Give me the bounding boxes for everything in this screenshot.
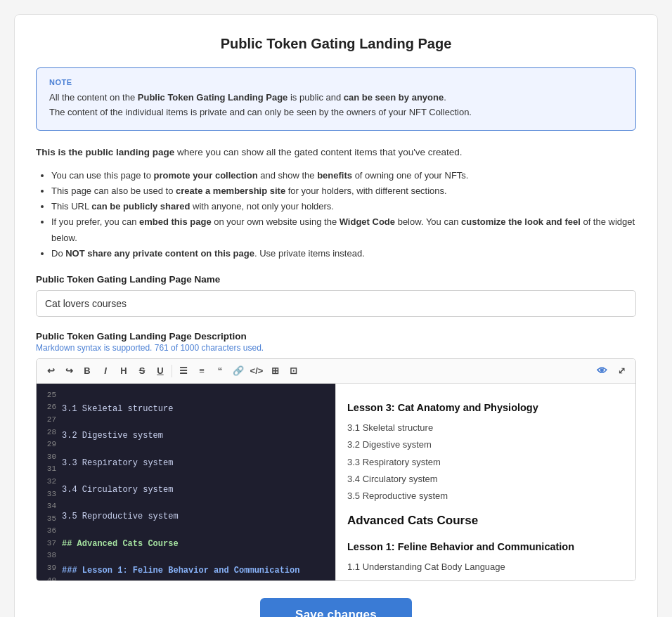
page-title: Public Token Gating Landing Page bbox=[36, 36, 636, 52]
editor-body: 25 26 27 28 29 30 31 32 33 34 35 36 37 3… bbox=[37, 384, 635, 580]
note-box: NOTE All the content on the Public Token… bbox=[36, 67, 636, 131]
desc-field-label: Public Token Gating Landing Page Descrip… bbox=[36, 331, 636, 342]
preview-item-1-2: 1.2 Cat Vocalizations and Their Meanings bbox=[347, 576, 624, 580]
markdown-editor: ↩ ↪ B I H S U ☰ ≡ “ 🔗 </> ⊞ ⊡ 👁 ⤢ bbox=[36, 358, 636, 581]
main-container: Public Token Gating Landing Page NOTE Al… bbox=[14, 14, 658, 617]
toolbar-table[interactable]: ⊞ bbox=[266, 363, 283, 379]
editor-toolbar-right: 👁 ⤢ bbox=[593, 363, 630, 379]
preview-advanced-title: Advanced Cats Course bbox=[347, 511, 624, 531]
note-label: NOTE bbox=[49, 78, 623, 86]
preview-item-1-1: 1.1 Understanding Cat Body Language bbox=[347, 559, 624, 575]
preview-item-3-5: 3.5 Reproductive system bbox=[347, 488, 624, 504]
toolbar-quote[interactable]: “ bbox=[212, 363, 228, 379]
bullet-list: You can use this page to promote your co… bbox=[51, 168, 636, 261]
bullet-1: You can use this page to promote your co… bbox=[51, 168, 636, 183]
toolbar-code[interactable]: </> bbox=[248, 363, 265, 379]
preview-item-3-4: 3.4 Circulatory system bbox=[347, 472, 624, 487]
preview-item-3-2: 3.2 Digestive system bbox=[347, 437, 624, 453]
note-text-2: The content of the individual items is p… bbox=[49, 105, 623, 120]
note-text-1: All the content on the Public Token Gati… bbox=[49, 91, 623, 105]
bullet-2: This page can also be used to create a m… bbox=[51, 183, 636, 199]
toolbar-underline[interactable]: U bbox=[152, 363, 169, 379]
note-bold2: can be seen by anyone bbox=[344, 92, 444, 103]
preview-item-3-3: 3.3 Respiratory system bbox=[347, 455, 624, 470]
editor-toolbar: ↩ ↪ B I H S U ☰ ≡ “ 🔗 </> ⊞ ⊡ 👁 ⤢ bbox=[37, 359, 635, 384]
bullet-4: If you prefer, you can embed this page o… bbox=[51, 214, 636, 245]
char-count: Markdown syntax is supported. 761 of 100… bbox=[36, 343, 636, 353]
name-input[interactable] bbox=[36, 290, 636, 317]
preview-lesson1-title: Lesson 1: Feline Behavior and Communicat… bbox=[347, 538, 624, 556]
toolbar-undo[interactable]: ↩ bbox=[42, 363, 59, 379]
code-content: 3.1 Skeletal structure 3.2 Digestive sys… bbox=[62, 389, 335, 575]
toolbar-ul[interactable]: ☰ bbox=[175, 363, 192, 379]
line-numbers: 25 26 27 28 29 30 31 32 33 34 35 36 37 3… bbox=[37, 389, 62, 575]
toolbar-italic[interactable]: I bbox=[97, 363, 114, 379]
toolbar-sep-1 bbox=[172, 365, 172, 377]
toolbar-redo[interactable]: ↪ bbox=[60, 363, 77, 379]
toolbar-bold[interactable]: B bbox=[79, 363, 96, 379]
toolbar-link[interactable]: 🔗 bbox=[230, 363, 247, 379]
toolbar-strikethrough[interactable]: S bbox=[134, 363, 150, 379]
toolbar-expand-btn[interactable]: ⤢ bbox=[613, 363, 630, 379]
name-field-label: Public Token Gating Landing Page Name bbox=[36, 274, 636, 285]
save-button[interactable]: Save changes bbox=[260, 598, 412, 617]
save-btn-area: Save changes Page saved successfully bbox=[36, 598, 636, 617]
editor-preview-panel: Lesson 3: Cat Anatomy and Physiology 3.1… bbox=[336, 384, 635, 580]
note-bold1: Public Token Gating Landing Page bbox=[138, 92, 288, 103]
preview-item-3-1: 3.1 Skeletal structure bbox=[347, 420, 624, 436]
editor-code-panel[interactable]: 25 26 27 28 29 30 31 32 33 34 35 36 37 3… bbox=[37, 384, 336, 580]
note-pre1: All the content on the bbox=[49, 92, 138, 103]
toolbar-preview-btn[interactable]: 👁 bbox=[593, 363, 610, 379]
toolbar-fullscreen[interactable]: ⊡ bbox=[285, 363, 302, 379]
toolbar-ol[interactable]: ≡ bbox=[193, 363, 210, 379]
preview-lesson3-title: Lesson 3: Cat Anatomy and Physiology bbox=[347, 399, 624, 417]
note-end1: . bbox=[444, 92, 446, 103]
bullet-5: Do NOT share any private content on this… bbox=[51, 246, 636, 261]
toolbar-heading[interactable]: H bbox=[115, 363, 132, 379]
intro-text: This is the public landing page where yo… bbox=[36, 145, 636, 160]
bullet-3: This URL can be publicly shared with any… bbox=[51, 199, 636, 214]
note-mid1: is public and bbox=[287, 92, 344, 103]
